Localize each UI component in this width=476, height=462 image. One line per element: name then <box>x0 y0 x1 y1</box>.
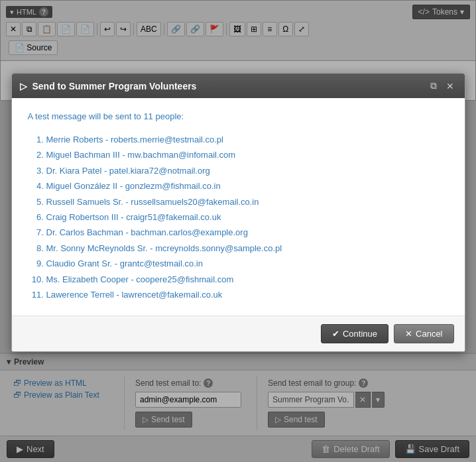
recipient-item: Miguel González II - gonzlezm@fishmail.c… <box>46 178 449 194</box>
recipient-item: Dr. Carlos Bachman - bachman.carlos@exam… <box>46 225 449 240</box>
continue-button[interactable]: ✔ Continue <box>321 324 388 343</box>
send-icon: ▷ <box>20 81 27 91</box>
modal-intro-text: A test message will be sent to 11 people… <box>28 111 449 121</box>
modal-close-button[interactable]: ✕ <box>444 80 457 93</box>
modal-header: ▷ Send to Summer Program Volunteers ⧉ ✕ <box>12 74 465 98</box>
recipient-item: Miguel Bachman III - mw.bachman@infomail… <box>46 147 449 162</box>
modal-body: A test message will be sent to 11 people… <box>12 98 465 316</box>
send-test-modal: ▷ Send to Summer Program Volunteers ⧉ ✕ … <box>11 73 465 352</box>
x-icon: ✕ <box>405 329 412 339</box>
recipient-item: Claudio Grant Sr. - grantc@testmail.co.i… <box>46 256 449 271</box>
modal-footer: ✔ Continue ✕ Cancel <box>12 316 465 351</box>
modal-overlay: ▷ Send to Summer Program Volunteers ⧉ ✕ … <box>0 0 476 462</box>
recipient-item: Dr. Kiara Patel - patel.kiara72@notmail.… <box>46 163 449 178</box>
recipient-item: Ms. Elizabeth Cooper - coopere25@fishmai… <box>46 272 449 287</box>
recipient-item: Lawerence Terrell - lawrencet@fakemail.c… <box>46 287 449 302</box>
recipient-item: Merrie Roberts - roberts.merrie@testmail… <box>46 132 449 147</box>
checkmark-icon: ✔ <box>332 329 339 339</box>
recipient-item: Russell Samuels Sr. - russellsamuels20@f… <box>46 194 449 209</box>
cancel-button[interactable]: ✕ Cancel <box>394 324 453 343</box>
modal-resize-button[interactable]: ⧉ <box>428 79 440 93</box>
recipient-item: Mr. Sonny McReynolds Sr. - mcreynolds.so… <box>46 241 449 256</box>
recipient-item: Craig Robertson III - craigr51@fakemail.… <box>46 209 449 225</box>
recipient-list: Merrie Roberts - roberts.merrie@testmail… <box>28 132 449 302</box>
recipient-count: 11 <box>143 111 152 121</box>
modal-title: Send to Summer Program Volunteers <box>32 81 197 91</box>
